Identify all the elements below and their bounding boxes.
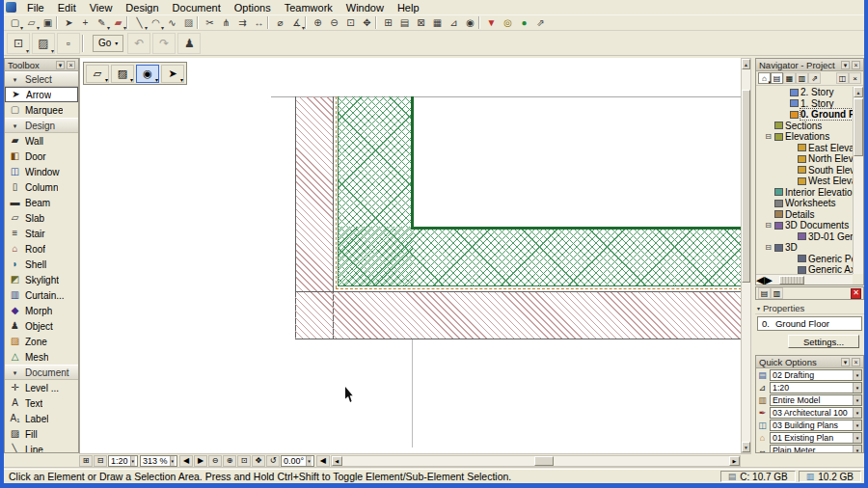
zoom-in-icon[interactable]: ⊕	[223, 455, 236, 467]
horizontal-scrollbar-thumb[interactable]	[534, 456, 554, 466]
navigator-pin-icon[interactable]: ◫	[836, 72, 849, 84]
menu-help[interactable]: Help	[391, 1, 426, 14]
quick-selection-icon[interactable]: ◉ ▾	[136, 65, 159, 83]
pencil-icon[interactable]: ✎ ▾	[94, 15, 110, 30]
tree-item-3d-01[interactable]: 3D-01 Generic	[756, 231, 853, 243]
go-button[interactable]: Go ▾	[93, 35, 123, 52]
lock-icon[interactable]: ⊠	[413, 15, 429, 30]
preview-list-icon[interactable]: ▥	[771, 287, 783, 299]
tool-roof[interactable]: ⌂ Roof	[5, 241, 78, 257]
collapse-bar-icon[interactable]: ◀	[316, 455, 330, 467]
tool-mesh[interactable]: △ Mesh	[5, 349, 78, 365]
renovation-filter-select[interactable]: 01 Existing Plan ▾	[770, 432, 862, 444]
tree-item-3d[interactable]: ⊟ 3D	[756, 242, 853, 254]
scale-combo[interactable]: 1:20 ▾	[108, 455, 138, 467]
menu-document[interactable]: Document	[166, 1, 228, 14]
scroll-up-icon[interactable]: ▲	[742, 59, 750, 69]
orbit-icon[interactable]: ↺	[266, 455, 280, 467]
layout-book-icon[interactable]: ▥	[796, 72, 808, 84]
arc-tool-icon[interactable]: ◠ ▾	[148, 15, 164, 30]
properties-header[interactable]: ▾ Properties	[755, 303, 864, 314]
tool-shell[interactable]: ◗ Shell	[5, 257, 78, 272]
tool-fill[interactable]: ▨ Fill	[5, 426, 78, 442]
zoom-combo[interactable]: 313 % ▾	[140, 455, 177, 467]
save-icon[interactable]: ▣	[40, 15, 56, 30]
layers-icon[interactable]: ▤	[396, 15, 413, 30]
check-model-icon[interactable]: ●	[516, 15, 532, 30]
fit-in-window-icon[interactable]: ⊡	[342, 15, 359, 30]
publisher-icon[interactable]: ⇗	[808, 72, 821, 84]
structure-display-select[interactable]: Entire Model ▾	[770, 394, 862, 406]
tree-item-worksheets[interactable]: Worksheets	[756, 198, 853, 209]
trace-reference-icon[interactable]: ▨ ▾	[32, 33, 55, 54]
tree-item-south-elevation[interactable]: South Elevation	[756, 165, 853, 176]
section-marker-icon[interactable]: ⊿	[446, 15, 462, 30]
tree-item-west-elevation[interactable]: West Elevation	[756, 176, 853, 187]
tree-item-generic-perspective[interactable]: Generic Perspective	[756, 254, 853, 265]
scale-select[interactable]: 1:20 ▾	[770, 382, 862, 393]
quick-options-header[interactable]: Quick Options ▾ ×	[756, 356, 863, 368]
previous-view-icon[interactable]: ◀	[179, 455, 193, 467]
slab-edge-line-horizontal[interactable]	[411, 227, 741, 230]
next-view-icon[interactable]: ▶	[194, 455, 207, 467]
tool-window[interactable]: ◫ Window	[5, 164, 78, 179]
tree-item-story-1[interactable]: 1. Story	[756, 98, 853, 110]
tool-marquee[interactable]: ▢ Marquee	[5, 102, 78, 118]
split-icon[interactable]: ⋔	[218, 15, 234, 30]
tree-item-story-2[interactable]: 2. Story	[756, 87, 853, 98]
navigator-x-icon[interactable]: ×	[849, 72, 861, 84]
tree-item-east-elevation[interactable]: East Elevation	[756, 143, 853, 154]
display-order-icon[interactable]: ⊟	[94, 455, 107, 467]
zoom-in-icon[interactable]: ⊕	[310, 15, 326, 30]
tree-expander-icon[interactable]: ⊟	[764, 222, 773, 230]
spline-tool-icon[interactable]: ∿	[164, 15, 180, 30]
tool-stair[interactable]: ≡ Stair	[5, 226, 78, 241]
3d-window-icon[interactable]: ▦	[429, 15, 446, 30]
dashed-reference-line-horizontal[interactable]	[336, 288, 741, 289]
menu-file[interactable]: File	[20, 1, 51, 14]
tool-line[interactable]: ╲ Line	[5, 442, 78, 452]
fit-in-window-icon[interactable]: ⊡	[237, 455, 251, 467]
vertical-scrollbar-thumb[interactable]	[742, 90, 750, 283]
walk-mode-icon[interactable]: ♟	[177, 33, 201, 54]
pan-mode-icon[interactable]: ⊞	[79, 455, 93, 467]
toolbox-section-design[interactable]: ▾ Design	[5, 118, 78, 133]
canvas-horizontal-scrollbar[interactable]: ◀ ▶	[331, 455, 741, 467]
selection-marquee-icon[interactable]: ▱ ▾	[86, 65, 109, 83]
canvas-vertical-scrollbar[interactable]: ▲ ▼	[741, 58, 751, 453]
eraser-icon[interactable]: ▰ ▾	[110, 15, 126, 30]
open-project-icon[interactable]: ▱ ▾	[23, 15, 40, 30]
insulation-hatch-horizontal[interactable]	[338, 227, 741, 286]
navigator-header[interactable]: Navigator - Project ▾ ×	[756, 59, 863, 71]
drawing-canvas[interactable]	[79, 58, 741, 453]
tool-label[interactable]: A₁ Label	[5, 411, 78, 426]
tree-item-sections[interactable]: Sections	[756, 121, 853, 132]
view-map-icon[interactable]: ▦	[783, 72, 796, 84]
arrow-cursor-icon[interactable]: ➤	[61, 15, 77, 30]
tree-item-details[interactable]: Details	[756, 209, 853, 221]
dimension-icon[interactable]: ∡ ▾	[288, 15, 305, 30]
selection-region-icon[interactable]: ▨ ▾	[111, 65, 134, 83]
construction-line[interactable]	[412, 339, 413, 447]
publish-icon[interactable]: ⇗	[532, 15, 549, 30]
standard-profile-icon[interactable]: ⊡ ▾	[7, 33, 30, 54]
project-map-icon[interactable]: ▤	[771, 72, 783, 84]
quick-options-close-icon[interactable]: ×	[852, 358, 860, 366]
marker-red-icon[interactable]: ▼	[483, 15, 500, 30]
wall-section-bottom[interactable]	[295, 291, 741, 339]
tree-expander-icon[interactable]: ⊟	[764, 244, 773, 252]
offset-icon[interactable]: ⇉	[234, 15, 251, 30]
scroll-up-icon[interactable]: ▲	[854, 87, 863, 97]
menu-window[interactable]: Window	[339, 1, 391, 14]
tree-item-story-0[interactable]: 0. Ground Floor	[756, 109, 853, 121]
toolbox-section-document[interactable]: ▾ Document	[5, 365, 78, 380]
navigator-menu-icon[interactable]: ▾	[841, 61, 850, 69]
forward-icon[interactable]: ↷	[152, 33, 176, 54]
grid-snap-icon[interactable]: ⊞	[380, 15, 396, 30]
new-document-icon[interactable]: ▢ ▾	[7, 15, 23, 30]
menu-design[interactable]: Design	[119, 1, 165, 14]
fill-tool-icon[interactable]: ▨	[180, 15, 197, 30]
rotation-angle-combo[interactable]: 0.00° ▾	[281, 455, 314, 467]
measure-icon[interactable]: ⌀	[272, 15, 288, 30]
tool-level-dimension[interactable]: ✛ Level ...	[5, 380, 78, 395]
